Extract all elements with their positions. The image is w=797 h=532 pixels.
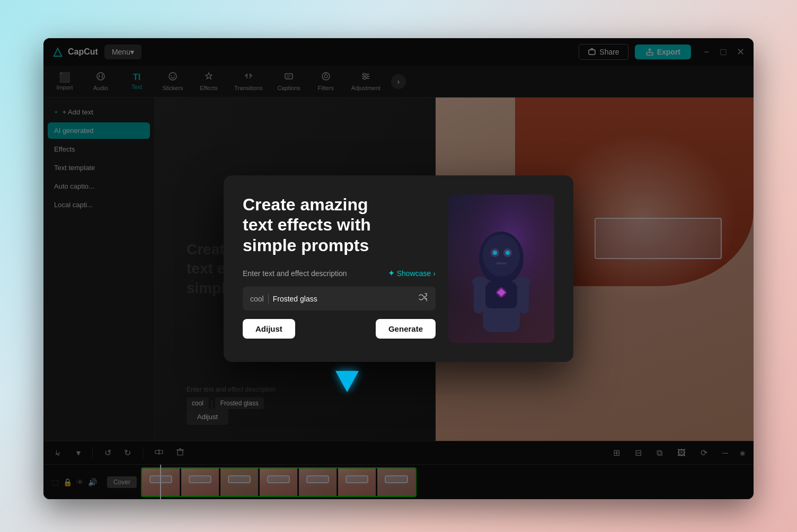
app-window: CapCut Menu▾ Share Export: [43, 38, 754, 499]
modal-input-divider: [268, 294, 269, 304]
modal-input-row[interactable]: cool Frosted glass: [243, 287, 436, 311]
showcase-label: Showcase: [397, 269, 431, 278]
showcase-chevron: ›: [433, 269, 436, 278]
robot-illustration: [448, 194, 554, 343]
modal-dialog: Create amazingtext effects withsimple pr…: [224, 175, 573, 362]
shuffle-button[interactable]: [418, 292, 428, 305]
svg-point-33: [483, 234, 520, 277]
modal-description-row: Enter text and effect description ✦ Show…: [243, 268, 436, 278]
modal-input-text: cool: [250, 295, 264, 303]
svg-rect-43: [474, 282, 483, 314]
svg-rect-38: [496, 262, 507, 264]
modal-inner: Create amazingtext effects withsimple pr…: [243, 194, 554, 343]
modal-desc-text: Enter text and effect description: [243, 269, 347, 278]
svg-rect-44: [519, 282, 529, 314]
cursor-arrow: [335, 371, 359, 392]
robot-svg: [448, 194, 554, 343]
svg-point-37: [506, 251, 510, 255]
generate-button[interactable]: Generate: [376, 319, 436, 339]
modal-left: Create amazingtext effects withsimple pr…: [243, 194, 436, 343]
modal-input-value: Frosted glass: [273, 295, 413, 303]
modal-actions: Adijust Generate: [243, 319, 436, 339]
modal-overlay: Create amazingtext effects withsimple pr…: [43, 38, 754, 499]
modal-title: Create amazingtext effects withsimple pr…: [243, 194, 436, 255]
showcase-icon: ✦: [388, 268, 395, 278]
adjust-button[interactable]: Adijust: [243, 319, 295, 339]
shuffle-icon: [418, 292, 428, 303]
modal-right-panel: [448, 194, 554, 343]
showcase-link[interactable]: ✦ Showcase ›: [388, 268, 436, 278]
svg-point-36: [493, 251, 497, 255]
